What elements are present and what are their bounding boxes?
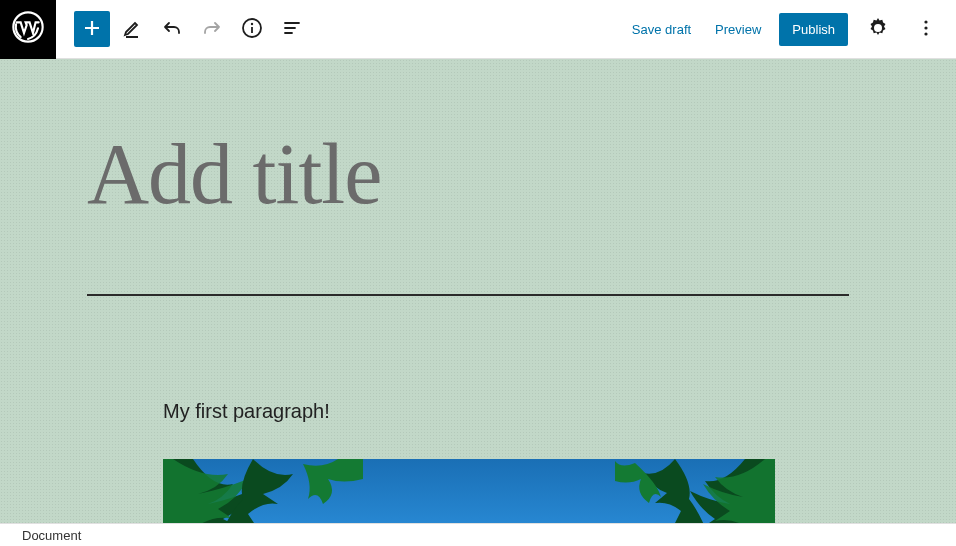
- add-block-button[interactable]: [74, 11, 110, 47]
- wordpress-logo-button[interactable]: [0, 0, 56, 59]
- palm-right-graphic: [615, 459, 775, 523]
- post-content: Add title My first paragraph!: [87, 59, 869, 523]
- left-tool-group: [56, 11, 310, 47]
- info-button[interactable]: [234, 11, 270, 47]
- gear-icon: [866, 16, 890, 43]
- breadcrumb-root[interactable]: Document: [22, 528, 81, 543]
- editor-toolbar: Save draft Preview Publish: [0, 0, 956, 59]
- breadcrumb-bar: Document: [0, 523, 956, 546]
- outline-icon: [280, 16, 304, 43]
- wordpress-icon: [12, 11, 44, 47]
- settings-button[interactable]: [860, 11, 896, 47]
- svg-point-4: [924, 26, 927, 29]
- outline-button[interactable]: [274, 11, 310, 47]
- image-block[interactable]: [163, 459, 775, 523]
- svg-point-5: [924, 32, 927, 35]
- undo-icon: [160, 16, 184, 43]
- post-title-input[interactable]: Add title: [87, 127, 869, 222]
- pencil-icon: [120, 16, 144, 43]
- redo-icon: [200, 16, 224, 43]
- editor-canvas[interactable]: Add title My first paragraph!: [0, 59, 956, 523]
- publish-button[interactable]: Publish: [779, 13, 848, 46]
- separator-block[interactable]: [87, 294, 849, 296]
- plus-icon: [80, 16, 104, 43]
- preview-button[interactable]: Preview: [709, 14, 767, 45]
- dots-vertical-icon: [914, 16, 938, 43]
- svg-point-2: [251, 22, 253, 24]
- undo-button[interactable]: [154, 11, 190, 47]
- more-options-button[interactable]: [908, 11, 944, 47]
- svg-point-3: [924, 20, 927, 23]
- info-icon: [240, 16, 264, 43]
- right-tool-group: Save draft Preview Publish: [626, 11, 956, 47]
- paragraph-block[interactable]: My first paragraph!: [163, 400, 869, 423]
- svg-point-0: [13, 12, 42, 41]
- redo-button[interactable]: [194, 11, 230, 47]
- edit-mode-button[interactable]: [114, 11, 150, 47]
- palm-left-graphic: [163, 459, 363, 523]
- save-draft-button[interactable]: Save draft: [626, 14, 697, 45]
